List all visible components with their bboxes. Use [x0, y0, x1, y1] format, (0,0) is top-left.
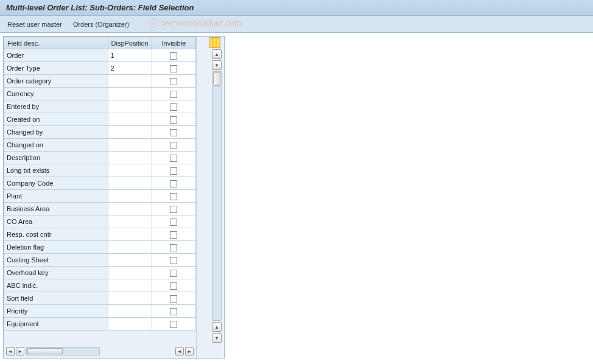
table-row[interactable]: Changed by — [4, 126, 196, 139]
scroll-left-icon[interactable]: ◄ — [6, 347, 15, 355]
field-desc-cell[interactable]: Order Type — [4, 62, 108, 75]
table-row[interactable]: Company Code — [4, 177, 196, 190]
disp-position-cell[interactable] — [108, 126, 152, 139]
field-desc-cell[interactable]: Priority — [4, 305, 108, 318]
invisible-checkbox[interactable] — [170, 282, 177, 290]
hscroll-thumb[interactable]: ::: — [27, 348, 63, 354]
col-header-invisible[interactable]: Invisible — [152, 37, 195, 49]
field-desc-cell[interactable]: Business Area — [4, 203, 108, 215]
table-row[interactable]: Deletion flag — [4, 241, 196, 254]
hscroll-track[interactable]: ::: — [26, 347, 100, 355]
field-desc-cell[interactable]: Plant — [4, 190, 108, 203]
field-desc-cell[interactable]: Sort field — [4, 292, 108, 305]
disp-position-cell[interactable] — [108, 88, 152, 100]
field-desc-cell[interactable]: Description — [4, 152, 108, 164]
disp-position-cell[interactable]: 1 — [108, 49, 152, 62]
table-row[interactable]: Entered by — [4, 100, 196, 113]
scroll-down-end-icon[interactable]: ▼ — [212, 333, 222, 343]
table-row[interactable]: Created on — [4, 113, 196, 126]
disp-position-cell[interactable] — [108, 228, 152, 241]
field-desc-cell[interactable]: Created on — [4, 113, 108, 126]
invisible-checkbox[interactable] — [170, 257, 177, 264]
invisible-checkbox[interactable] — [170, 193, 177, 200]
disp-position-cell[interactable] — [108, 305, 152, 318]
table-settings-icon[interactable] — [209, 37, 220, 48]
disp-position-cell[interactable]: 2 — [108, 62, 152, 75]
scroll-down-icon[interactable]: ▼ — [212, 60, 222, 70]
scroll-right-end-icon[interactable]: ► — [185, 347, 194, 355]
table-row[interactable]: Overhead key — [4, 267, 196, 279]
table-row[interactable]: CO Area — [4, 215, 196, 228]
field-desc-cell[interactable]: Changed by — [4, 126, 108, 139]
invisible-checkbox[interactable] — [170, 231, 177, 239]
field-desc-cell[interactable]: Entered by — [4, 100, 108, 113]
disp-position-cell[interactable] — [108, 267, 152, 279]
field-desc-cell[interactable]: Equipment — [4, 318, 108, 331]
disp-position-cell[interactable] — [108, 152, 152, 164]
disp-position-cell[interactable] — [108, 292, 152, 305]
table-row[interactable]: Currency — [4, 88, 196, 100]
col-header-field-desc[interactable]: Field desc. — [4, 37, 108, 49]
invisible-checkbox[interactable] — [170, 295, 177, 303]
vscroll-thumb[interactable] — [213, 72, 220, 86]
invisible-checkbox[interactable] — [170, 270, 177, 277]
disp-position-cell[interactable] — [108, 215, 152, 228]
field-desc-cell[interactable]: Long txt exists — [4, 164, 108, 177]
disp-position-cell[interactable] — [108, 139, 152, 152]
disp-position-cell[interactable] — [108, 100, 152, 113]
col-header-disp-position[interactable]: DispPosition — [108, 37, 152, 49]
field-desc-cell[interactable]: Changed on — [4, 139, 108, 152]
table-row[interactable]: Order category — [4, 75, 196, 88]
disp-position-cell[interactable] — [108, 177, 152, 190]
table-row[interactable]: Description — [4, 152, 196, 164]
field-desc-cell[interactable]: Order — [4, 49, 108, 62]
table-row[interactable]: Long txt exists — [4, 164, 196, 177]
table-row[interactable]: Resp. cost cntr — [4, 228, 196, 241]
table-row[interactable]: Costing Sheet — [4, 254, 196, 267]
field-desc-cell[interactable]: Deletion flag — [4, 241, 108, 254]
invisible-checkbox[interactable] — [170, 129, 177, 136]
disp-position-cell[interactable] — [108, 164, 152, 177]
invisible-checkbox[interactable] — [170, 116, 177, 124]
disp-position-cell[interactable] — [108, 241, 152, 254]
scroll-up-icon[interactable]: ▲ — [212, 49, 222, 59]
invisible-checkbox[interactable] — [170, 65, 177, 72]
invisible-checkbox[interactable] — [170, 180, 177, 187]
invisible-checkbox[interactable] — [170, 78, 177, 85]
table-row[interactable]: Equipment — [4, 318, 196, 331]
invisible-checkbox[interactable] — [170, 167, 177, 175]
invisible-checkbox[interactable] — [170, 91, 177, 98]
scroll-right-icon[interactable]: ► — [16, 347, 24, 355]
field-desc-cell[interactable]: Overhead key — [4, 267, 108, 279]
table-row[interactable]: Order Type2 — [4, 62, 196, 75]
invisible-checkbox[interactable] — [170, 52, 177, 60]
invisible-checkbox[interactable] — [170, 308, 177, 315]
scroll-left-end-icon[interactable]: ◄ — [175, 347, 184, 355]
scroll-up-end-icon[interactable]: ▲ — [212, 322, 222, 332]
field-desc-cell[interactable]: ABC indic. — [4, 279, 108, 292]
table-row[interactable]: ABC indic. — [4, 279, 196, 292]
disp-position-cell[interactable] — [108, 113, 152, 126]
invisible-checkbox[interactable] — [170, 244, 177, 251]
table-row[interactable]: Business Area — [4, 203, 196, 215]
invisible-checkbox[interactable] — [170, 155, 177, 162]
disp-position-cell[interactable] — [108, 318, 152, 331]
table-row[interactable]: Plant — [4, 190, 196, 203]
field-desc-cell[interactable]: CO Area — [4, 215, 108, 228]
invisible-checkbox[interactable] — [170, 206, 177, 213]
invisible-checkbox[interactable] — [170, 103, 177, 111]
table-row[interactable]: Priority — [4, 305, 196, 318]
reset-user-master-button[interactable]: Reset user master — [7, 21, 62, 28]
field-desc-cell[interactable]: Resp. cost cntr — [4, 228, 108, 241]
field-desc-cell[interactable]: Order category — [4, 75, 108, 88]
disp-position-cell[interactable] — [108, 279, 152, 292]
table-row[interactable]: Sort field — [4, 292, 196, 305]
invisible-checkbox[interactable] — [170, 219, 177, 226]
orders-organizer-button[interactable]: Orders (Organizer) — [73, 21, 129, 28]
table-row[interactable]: Changed on — [4, 139, 196, 152]
table-row[interactable]: Order1 — [4, 49, 196, 62]
field-desc-cell[interactable]: Costing Sheet — [4, 254, 108, 267]
disp-position-cell[interactable] — [108, 190, 152, 203]
field-desc-cell[interactable]: Company Code — [4, 177, 108, 190]
invisible-checkbox[interactable] — [170, 142, 177, 149]
